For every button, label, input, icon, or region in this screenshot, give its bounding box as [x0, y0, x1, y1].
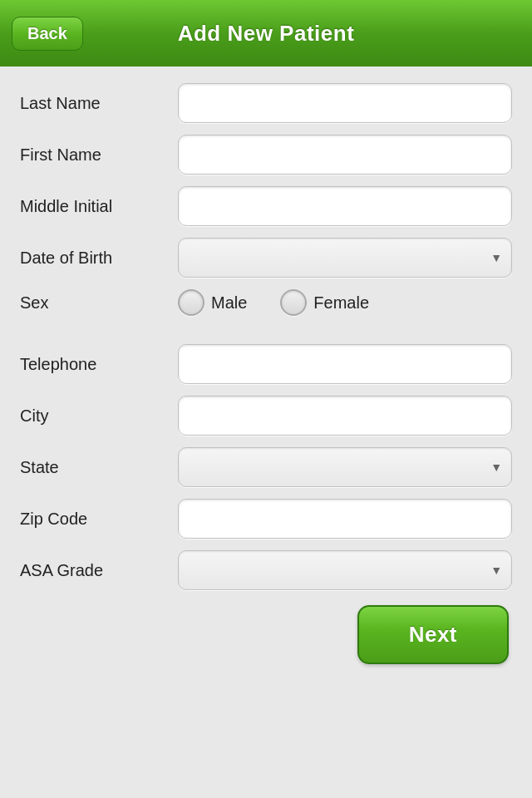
last-name-input[interactable] [178, 83, 512, 123]
first-name-input[interactable] [178, 135, 512, 175]
next-button-row: Next [20, 605, 512, 664]
next-button[interactable]: Next [357, 605, 509, 664]
state-label: State [20, 458, 178, 477]
page-title: Add New Patient [178, 21, 355, 47]
app-header: Back Add New Patient [0, 0, 532, 66]
city-input[interactable] [178, 396, 512, 436]
female-radio-button[interactable] [280, 289, 307, 316]
date-of-birth-row: Date of Birth ▼ [20, 238, 512, 278]
last-name-row: Last Name [20, 83, 512, 123]
telephone-row: Telephone [20, 344, 512, 384]
form-area: Last Name First Name Middle Initial Date… [0, 66, 532, 798]
telephone-label: Telephone [20, 355, 178, 374]
city-label: City [20, 406, 178, 426]
middle-initial-row: Middle Initial [20, 186, 512, 226]
asa-grade-select[interactable] [178, 550, 512, 590]
date-of-birth-label: Date of Birth [20, 249, 178, 268]
middle-initial-label: Middle Initial [20, 197, 178, 216]
state-select-wrapper: ▼ [178, 447, 512, 487]
female-label: Female [313, 293, 369, 313]
city-row: City [20, 396, 512, 436]
last-name-label: Last Name [20, 94, 178, 113]
first-name-row: First Name [20, 135, 512, 175]
middle-initial-input[interactable] [178, 186, 512, 226]
sex-label: Sex [20, 293, 178, 313]
female-radio-group: Female [280, 289, 369, 316]
zip-code-row: Zip Code [20, 499, 512, 539]
state-row: State ▼ [20, 447, 512, 487]
back-button[interactable]: Back [12, 17, 83, 51]
telephone-input[interactable] [178, 344, 512, 384]
date-of-birth-select-wrapper: ▼ [178, 238, 512, 278]
sex-options: Male Female [178, 289, 512, 316]
zip-code-input[interactable] [178, 499, 512, 539]
male-radio-group: Male [178, 289, 247, 316]
sex-row: Sex Male Female [20, 289, 512, 316]
asa-grade-label: ASA Grade [20, 561, 178, 580]
male-label: Male [211, 293, 247, 313]
spacer [20, 328, 512, 344]
date-of-birth-select[interactable] [178, 238, 512, 278]
asa-grade-row: ASA Grade ▼ [20, 550, 512, 590]
zip-code-label: Zip Code [20, 510, 178, 529]
first-name-label: First Name [20, 145, 178, 165]
asa-grade-select-wrapper: ▼ [178, 550, 512, 590]
state-select[interactable] [178, 447, 512, 487]
male-radio-button[interactable] [178, 289, 204, 316]
